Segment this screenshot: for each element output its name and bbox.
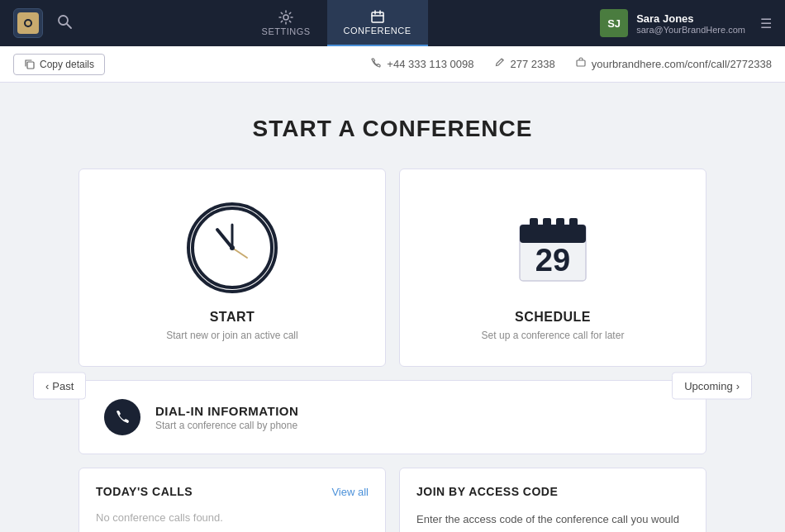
user-email: sara@YourBrandHere.com: [636, 25, 745, 35]
hamburger-icon[interactable]: ☰: [760, 16, 772, 31]
main-cards-row: START Start new or join an active call: [78, 169, 706, 367]
schedule-card-subtitle: Set up a conference call for later: [482, 330, 625, 341]
svg-rect-18: [543, 218, 551, 230]
svg-rect-9: [577, 60, 585, 66]
todays-calls-card: TODAY'S CALLS View all No conference cal…: [78, 468, 386, 532]
svg-point-14: [230, 245, 235, 250]
copy-details-button[interactable]: Copy details: [13, 54, 105, 75]
svg-point-3: [59, 16, 68, 25]
nav-conference[interactable]: CONFERENCE: [327, 0, 428, 46]
dial-text: DIAL-IN INFORMATION Start a conference c…: [155, 404, 298, 431]
svg-rect-17: [530, 218, 538, 230]
upcoming-button-label: Upcoming: [684, 380, 733, 392]
svg-rect-19: [556, 218, 564, 230]
svg-rect-20: [569, 218, 578, 230]
svg-point-8: [502, 59, 503, 61]
conf-url: yourbrandhere.com/conf/call/2772338: [592, 58, 772, 70]
join-by-code-title: JOIN BY ACCESS CODE: [416, 485, 558, 498]
schedule-card[interactable]: 29 SCHEDULE Set up a conference call for…: [399, 169, 706, 367]
start-card-subtitle: Start new or join an active call: [166, 330, 297, 341]
calendar-icon: 29: [507, 202, 598, 293]
svg-point-5: [283, 15, 288, 20]
join-by-code-header: JOIN BY ACCESS CODE: [416, 485, 689, 498]
nav-conference-label: CONFERENCE: [344, 26, 412, 36]
main-nav: SETTINGS CONFERENCE: [245, 0, 428, 46]
avatar-initials: SJ: [607, 17, 621, 30]
header-left: [13, 8, 73, 38]
dial-in-subtitle: Start a conference call by phone: [155, 420, 298, 431]
svg-rect-6: [372, 12, 383, 22]
todays-calls-header: TODAY'S CALLS View all: [96, 485, 369, 498]
nav-settings-label: SETTINGS: [262, 26, 311, 36]
upcoming-button[interactable]: Upcoming ›: [672, 373, 752, 400]
svg-line-4: [67, 24, 71, 28]
chevron-right-icon: ›: [736, 380, 740, 392]
nav-settings[interactable]: SETTINGS: [245, 0, 327, 46]
header: SETTINGS CONFERENCE SJ Sara Jones sara@Y…: [0, 0, 785, 46]
user-info: Sara Jones sara@YourBrandHere.com: [636, 12, 745, 35]
start-card[interactable]: START Start new or join an active call: [78, 169, 386, 367]
bottom-row: TODAY'S CALLS View all No conference cal…: [78, 468, 706, 532]
user-name: Sara Jones: [636, 12, 745, 25]
avatar: SJ: [600, 9, 628, 37]
clock-icon: [187, 202, 278, 293]
svg-point-2: [26, 21, 31, 26]
logo-icon: [17, 12, 39, 34]
past-button-label: Past: [52, 380, 74, 392]
sub-header-info: +44 333 113 0098 277 2338 yourbrandhere.…: [370, 57, 772, 71]
join-by-code-card: JOIN BY ACCESS CODE Enter the access cod…: [399, 468, 706, 532]
todays-calls-title: TODAY'S CALLS: [96, 485, 193, 498]
view-all-link[interactable]: View all: [331, 486, 369, 498]
chevron-left-icon: ‹: [45, 380, 49, 392]
dial-in-card[interactable]: DIAL-IN INFORMATION Start a conference c…: [78, 380, 706, 454]
svg-rect-7: [27, 62, 34, 69]
header-right: SJ Sara Jones sara@YourBrandHere.com ☰: [600, 9, 772, 37]
no-calls-text: No conference calls found.: [96, 511, 369, 524]
schedule-card-title: SCHEDULE: [515, 310, 591, 325]
link-icon: [575, 57, 587, 71]
url-info: yourbrandhere.com/conf/call/2772338: [575, 57, 772, 71]
access-code: 277 2338: [511, 58, 555, 70]
key-icon: [494, 57, 506, 71]
copy-details-label: Copy details: [40, 59, 94, 70]
start-card-title: START: [210, 310, 255, 325]
phone-number: +44 333 113 0098: [387, 58, 473, 70]
svg-text:29: 29: [535, 243, 570, 278]
dial-in-title: DIAL-IN INFORMATION: [155, 404, 298, 418]
phone-info: +44 333 113 0098: [370, 57, 473, 71]
search-icon[interactable]: [56, 13, 73, 33]
page-title: START A CONFERENCE: [17, 116, 768, 142]
main-content: START A CONFERENCE ‹ Past Upcoming ›: [0, 83, 785, 532]
sub-header: Copy details +44 333 113 0098 277 2338: [0, 46, 785, 83]
main-inner: ‹ Past Upcoming ›: [17, 169, 768, 532]
access-code-info: 277 2338: [494, 57, 555, 71]
logo-box[interactable]: [13, 8, 43, 38]
join-description: Enter the access code of the conference …: [416, 511, 689, 532]
past-button[interactable]: ‹ Past: [33, 373, 86, 400]
dial-phone-icon: [104, 399, 140, 435]
phone-icon: [370, 57, 382, 71]
